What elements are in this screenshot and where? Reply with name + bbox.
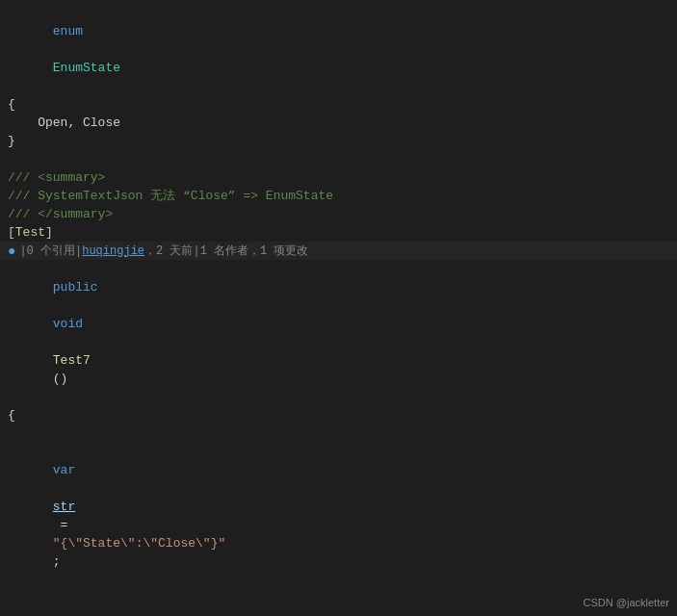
code-line-14: var d = Newtonsoft.Json. JsonConvert . D… [0, 589, 677, 616]
code-line-13: var str = "{\"State\":\"Close\"}" ; [0, 424, 677, 589]
type-enumstate: EnumState [53, 61, 120, 75]
keyword-enum: enum [53, 24, 83, 38]
code-line-4: } [0, 132, 677, 150]
code-line-2: { [0, 95, 677, 114]
code-line-8: /// </summary> [0, 205, 677, 223]
time-info: ，2 天前|1 名作者，1 项更改 [144, 243, 308, 259]
code-line-3: Open, Close [0, 114, 677, 132]
watermark: CSDN @jackletter [584, 597, 669, 608]
reference-count: |0 个引用| [19, 243, 82, 259]
author-link[interactable]: huqingjie [82, 244, 144, 258]
code-line-6: /// <summary> [0, 168, 677, 187]
code-line-9: [Test] [0, 223, 677, 242]
code-line-7: /// SystemTextJson 无法 “Close” => EnumSta… [0, 187, 677, 205]
code-line-1: enum EnumState [0, 4, 677, 95]
code-line-5 [0, 150, 677, 168]
reference-dot: ● [8, 244, 15, 259]
code-line-11: public void Test7 () [0, 260, 677, 406]
code-line-12: { [0, 406, 677, 424]
code-editor: enum EnumState { Open, Close } /// <summ… [0, 0, 677, 616]
code-meta-line: ● |0 个引用| huqingjie ，2 天前|1 名作者，1 项更改 [0, 242, 677, 260]
